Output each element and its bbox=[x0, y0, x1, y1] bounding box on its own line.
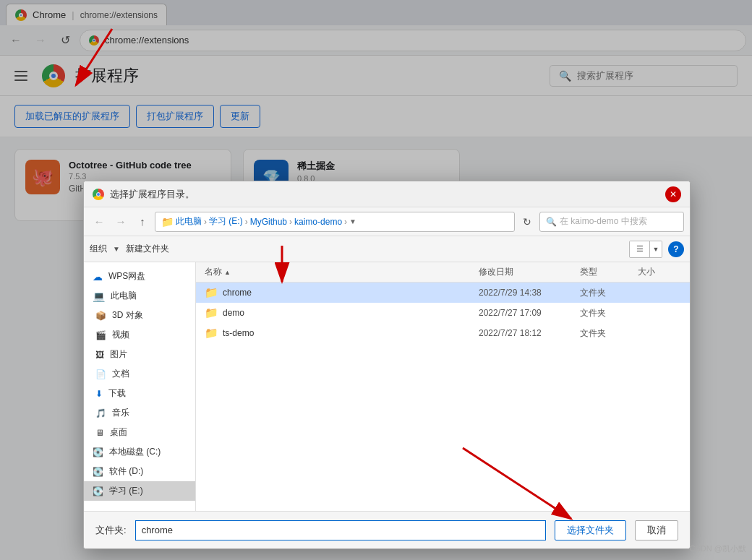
dialog-footer: 文件夹: 选择文件夹 取消 bbox=[84, 511, 690, 548]
watermark: CSDN @凯小默 bbox=[690, 543, 746, 554]
file-type-tsdemo: 文件夹 bbox=[580, 327, 638, 340]
video-icon: 🎬 bbox=[95, 330, 106, 340]
folder-icon-breadcrumb: 📁 bbox=[161, 216, 174, 228]
col-date-header[interactable]: 修改日期 bbox=[479, 266, 580, 278]
cancel-button[interactable]: 取消 bbox=[635, 520, 678, 540]
dialog-overlay: 选择扩展程序目录。 ✕ ← → ↑ 📁 此电脑 › 学习 (E:) › MyGi… bbox=[0, 0, 752, 560]
sidebar-item-pc[interactable]: 💻 此电脑 bbox=[84, 286, 195, 306]
dialog-refresh-button[interactable]: ↻ bbox=[518, 212, 537, 231]
col-type-header[interactable]: 类型 bbox=[580, 266, 638, 278]
sort-arrow-icon: ▲ bbox=[224, 269, 231, 276]
music-icon: 🎵 bbox=[95, 408, 106, 418]
file-name-chrome: chrome bbox=[223, 288, 252, 298]
file-picker-dialog: 选择扩展程序目录。 ✕ ← → ↑ 📁 此电脑 › 学习 (E:) › MyGi… bbox=[83, 181, 691, 549]
dialog-forward-button[interactable]: → bbox=[111, 212, 130, 231]
dialog-nav-bar: ← → ↑ 📁 此电脑 › 学习 (E:) › MyGithub › kaimo… bbox=[84, 207, 690, 236]
breadcrumb-e[interactable]: 学习 (E:) bbox=[209, 215, 243, 228]
col-name-header[interactable]: 名称 ▲ bbox=[205, 266, 479, 278]
sidebar-item-c-drive[interactable]: 💽 本地磁盘 (C:) bbox=[84, 442, 195, 462]
dialog-search-bar[interactable]: 🔍 在 kaimo-demo 中搜索 bbox=[539, 212, 684, 232]
sidebar-item-e-drive[interactable]: 💽 学习 (E:) bbox=[84, 481, 195, 501]
file-name-demo: demo bbox=[223, 308, 244, 318]
breadcrumb-sep2: › bbox=[245, 217, 248, 227]
sidebar-item-3d[interactable]: 📦 3D 对象 bbox=[84, 306, 195, 325]
download-icon: ⬇ bbox=[95, 389, 103, 399]
folder-icon-chrome: 📁 bbox=[205, 286, 218, 299]
pc-icon: 💻 bbox=[93, 290, 105, 302]
file-date-demo: 2022/7/27 17:09 bbox=[479, 308, 580, 318]
d-drive-icon: 💽 bbox=[93, 467, 103, 477]
breadcrumb-sep4: › bbox=[344, 217, 347, 227]
footer-label: 文件夹: bbox=[95, 524, 127, 537]
sidebar-item-docs[interactable]: 📄 文档 bbox=[84, 364, 195, 384]
file-row-tsdemo[interactable]: 📁 ts-demo 2022/7/27 18:12 文件夹 bbox=[196, 323, 690, 343]
file-date-tsdemo: 2022/7/27 18:12 bbox=[479, 328, 580, 338]
breadcrumb-kaimo[interactable]: kaimo-demo bbox=[294, 217, 342, 227]
desktop-icon: 🖥 bbox=[95, 428, 104, 438]
col-size-header[interactable]: 大小 bbox=[638, 266, 681, 278]
sidebar-item-download[interactable]: ⬇ 下载 bbox=[84, 384, 195, 403]
view-button[interactable]: ☰ bbox=[630, 241, 650, 257]
dialog-body: ☁ WPS网盘 💻 此电脑 📦 3D 对象 🎬 视频 🖼 图 bbox=[84, 262, 690, 511]
c-drive-icon: 💽 bbox=[93, 447, 103, 457]
e-drive-icon: 💽 bbox=[93, 486, 103, 496]
breadcrumb-dropdown[interactable]: ▼ bbox=[349, 217, 356, 225]
file-name-tsdemo: ts-demo bbox=[223, 328, 254, 338]
file-type-demo: 文件夹 bbox=[580, 307, 638, 319]
breadcrumb-bar[interactable]: 📁 此电脑 › 学习 (E:) › MyGithub › kaimo-demo … bbox=[155, 212, 515, 232]
dialog-title: 选择扩展程序目录。 bbox=[110, 188, 659, 201]
dialog-up-button[interactable]: ↑ bbox=[133, 212, 152, 231]
breadcrumb-mygithub[interactable]: MyGithub bbox=[250, 217, 287, 227]
sidebar-item-wps[interactable]: ☁ WPS网盘 bbox=[84, 267, 195, 286]
sidebar-item-image[interactable]: 🖼 图片 bbox=[84, 345, 195, 364]
file-row-chrome[interactable]: 📁 chrome 2022/7/29 14:38 文件夹 bbox=[196, 283, 690, 303]
help-button[interactable]: ? bbox=[668, 241, 684, 257]
3d-icon: 📦 bbox=[95, 311, 106, 321]
dialog-toolbar: 组织 ▼ 新建文件夹 ☰ ▼ ? bbox=[84, 236, 690, 262]
file-row-demo[interactable]: 📁 demo 2022/7/27 17:09 文件夹 bbox=[196, 303, 690, 323]
dialog-close-button[interactable]: ✕ bbox=[665, 186, 681, 202]
filelist-header: 名称 ▲ 修改日期 类型 大小 bbox=[196, 262, 690, 283]
image-icon: 🖼 bbox=[95, 350, 104, 360]
view-options[interactable]: ☰ ▼ bbox=[629, 241, 662, 258]
breadcrumb-pc[interactable]: 此电脑 bbox=[176, 215, 202, 228]
new-folder-button[interactable]: 新建文件夹 bbox=[126, 243, 169, 255]
dialog-title-bar: 选择扩展程序目录。 ✕ bbox=[84, 181, 690, 207]
folder-icon-demo: 📁 bbox=[205, 306, 218, 319]
sidebar-item-desktop[interactable]: 🖥 桌面 bbox=[84, 423, 195, 442]
breadcrumb-sep3: › bbox=[289, 217, 292, 227]
dialog-search-placeholder: 在 kaimo-demo 中搜索 bbox=[560, 215, 647, 228]
dialog-sidebar: ☁ WPS网盘 💻 此电脑 📦 3D 对象 🎬 视频 🖼 图 bbox=[84, 262, 196, 511]
wps-icon: ☁ bbox=[93, 271, 103, 283]
select-folder-button[interactable]: 选择文件夹 bbox=[555, 520, 626, 540]
dialog-search-icon: 🔍 bbox=[546, 217, 557, 227]
file-date-chrome: 2022/7/29 14:38 bbox=[479, 288, 580, 298]
folder-icon-tsdemo: 📁 bbox=[205, 327, 218, 340]
sidebar-item-video[interactable]: 🎬 视频 bbox=[84, 325, 195, 345]
org-dropdown-icon: ▼ bbox=[113, 245, 120, 253]
breadcrumb-sep1: › bbox=[204, 217, 207, 227]
dialog-back-button[interactable]: ← bbox=[90, 212, 108, 231]
sidebar-item-music[interactable]: 🎵 音乐 bbox=[84, 403, 195, 423]
file-type-chrome: 文件夹 bbox=[580, 287, 638, 299]
org-button[interactable]: 组织 bbox=[90, 243, 107, 255]
dialog-filelist: 名称 ▲ 修改日期 类型 大小 📁 chrome 2022/7/29 14:38… bbox=[196, 262, 690, 511]
view-dropdown-icon[interactable]: ▼ bbox=[650, 241, 662, 257]
sidebar-item-d-drive[interactable]: 💽 软件 (D:) bbox=[84, 462, 195, 481]
folder-input[interactable] bbox=[135, 520, 546, 540]
docs-icon: 📄 bbox=[95, 369, 106, 379]
